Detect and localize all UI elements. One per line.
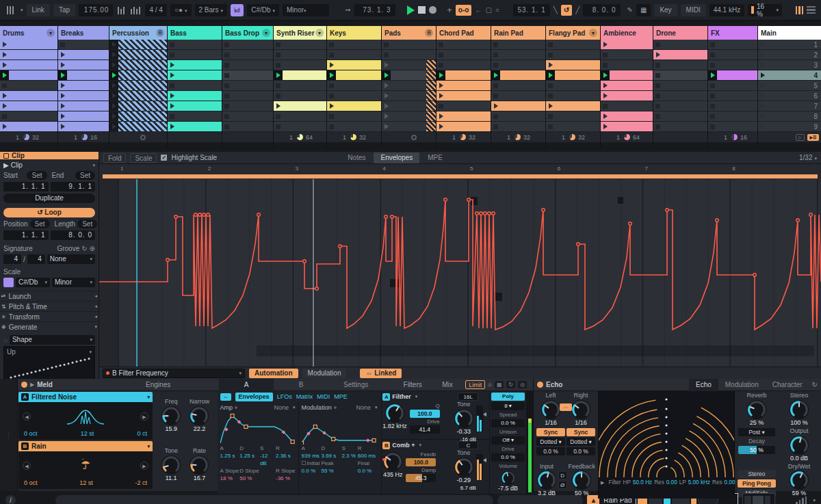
poly-mode-button[interactable]: Poly xyxy=(491,393,525,401)
clip-launch-icon[interactable] xyxy=(168,60,177,70)
midi-map-button[interactable]: MIDI xyxy=(681,4,706,16)
clip-launch-icon[interactable] xyxy=(0,122,9,131)
clip-launch-icon[interactable] xyxy=(109,122,118,131)
clip-slot[interactable] xyxy=(491,122,545,132)
clip-slot[interactable] xyxy=(382,111,436,122)
link-button[interactable]: Link xyxy=(27,4,50,16)
clip-slot[interactable] xyxy=(58,50,109,60)
adsr-cell[interactable] xyxy=(260,475,276,482)
scene-launch-icon[interactable] xyxy=(758,81,767,90)
clip-slot[interactable] xyxy=(436,70,491,81)
scene-launch-icon[interactable] xyxy=(758,70,767,80)
clip-slot[interactable] xyxy=(601,81,653,91)
damp-field[interactable]: 45.3 xyxy=(406,474,436,482)
scene-slot[interactable]: 3 xyxy=(758,60,821,70)
key-map-button[interactable]: Key xyxy=(654,4,677,16)
clip-slot[interactable] xyxy=(436,122,491,132)
clip-launch-icon[interactable] xyxy=(546,70,555,80)
follow-icon[interactable]: ➞ xyxy=(345,6,350,14)
clip-slot[interactable] xyxy=(274,111,326,122)
section-arrow-icon[interactable]: ▾ xyxy=(94,324,97,330)
clip-launch-icon[interactable] xyxy=(546,101,555,111)
clip-slot[interactable] xyxy=(222,81,273,91)
computer-midi-keyboard-icon[interactable]: ▦ xyxy=(636,4,651,16)
engine-b-cent[interactable]: -2 ct xyxy=(135,479,147,489)
scene-slot[interactable]: 4 xyxy=(758,70,821,81)
clip-slot[interactable] xyxy=(708,50,757,60)
section-generate[interactable]: ❉Generate▾ xyxy=(0,321,99,332)
clip-end-field[interactable]: 9. 1. 1 xyxy=(51,182,96,191)
clip-slot[interactable] xyxy=(222,91,273,101)
clip-slot[interactable] xyxy=(708,91,757,101)
engine-b-box[interactable]: BRain▾ ◀ ☂ۤ ▶ 0 oct12 st-2 ct xyxy=(18,441,153,489)
clip-slot[interactable] xyxy=(436,111,491,122)
engine-b-next-icon[interactable]: ▶ xyxy=(140,462,148,470)
clip-slot[interactable] xyxy=(327,60,381,70)
draw-region-icon[interactable]: ▢ xyxy=(485,6,491,14)
scroll-box[interactable] xyxy=(497,495,583,504)
meter-caret[interactable]: ▾ xyxy=(813,498,816,503)
clip-launch-icon[interactable] xyxy=(382,91,391,101)
clip-launch-icon[interactable] xyxy=(58,122,67,131)
clip-slot[interactable] xyxy=(491,111,545,122)
track-stop-button[interactable] xyxy=(386,135,391,140)
clip-slot[interactable] xyxy=(109,40,167,50)
output-meter-icon[interactable] xyxy=(796,496,807,504)
clip-launch-icon[interactable] xyxy=(653,50,662,59)
track-header[interactable]: Breaks xyxy=(58,26,109,40)
hp-res-field[interactable]: 0.00 xyxy=(666,479,677,486)
meld-subtab-matrix[interactable]: Matrix xyxy=(296,393,313,400)
clip-slot[interactable] xyxy=(601,91,653,101)
clip-launch-icon[interactable] xyxy=(708,70,717,80)
echo-left-mode-select[interactable]: Dotted ▾ xyxy=(536,438,565,446)
shape-preview[interactable]: Up▾ xyxy=(3,346,95,384)
reverb-knob[interactable]: Reverb25 % xyxy=(746,393,767,427)
session-view-toggle-icon[interactable] xyxy=(796,6,804,14)
clip-slot[interactable] xyxy=(708,70,757,81)
tab-mpe[interactable]: MPE xyxy=(421,152,449,163)
section-arrow-icon[interactable]: ◂ xyxy=(94,314,97,319)
adsr-cell[interactable]: 55 % xyxy=(321,467,341,475)
meld-tab-b[interactable]: B xyxy=(274,379,328,391)
meld-activator-led[interactable] xyxy=(21,382,27,388)
device-rail[interactable]: ⋮ xyxy=(0,379,18,491)
reverb-position-select[interactable]: Post ▾ xyxy=(738,428,775,436)
scene-slot[interactable]: 5 xyxy=(758,81,821,91)
clip-slot[interactable] xyxy=(601,70,653,81)
track-header[interactable]: Flangy Pad▼ xyxy=(546,26,600,40)
clip-slot[interactable] xyxy=(58,40,109,50)
scene-slot[interactable]: 8 xyxy=(758,111,821,122)
key-icon[interactable]: ♭♯ xyxy=(231,4,244,16)
grid-value-select[interactable]: 1/32▾ xyxy=(799,154,817,161)
drift-button[interactable]: D xyxy=(558,471,567,479)
mix-b-tone-knob[interactable]: Tone-0.29 xyxy=(454,450,474,484)
clip-slot[interactable] xyxy=(274,122,326,132)
clip-launch-icon[interactable] xyxy=(274,70,283,80)
stereo-knob[interactable]: Stereo100 % xyxy=(789,393,809,427)
clip-slot[interactable] xyxy=(327,81,381,91)
clip-start-field[interactable]: 1. 1. 1 xyxy=(3,182,49,191)
narrow-knob[interactable]: Narrow22.2 xyxy=(189,399,209,433)
clip-slot[interactable] xyxy=(0,91,57,101)
set-start-button[interactable]: Set xyxy=(27,171,47,180)
mode-pingpong-button[interactable]: Ping Pong xyxy=(738,479,776,488)
clip-slot[interactable] xyxy=(601,122,653,132)
drive-field[interactable]: 41.4 xyxy=(410,425,440,434)
clip-launch-icon[interactable] xyxy=(168,70,177,80)
engine-a-next-icon[interactable]: ▶ xyxy=(140,412,148,421)
beat-time-ruler[interactable]: 12345678 xyxy=(99,164,821,174)
count-in-icon[interactable] xyxy=(129,6,142,14)
key-scale-select[interactable]: Minor▾ xyxy=(283,4,329,16)
clip-launch-icon[interactable] xyxy=(109,50,118,59)
engine-a-box[interactable]: AFiltered Noise▾ ◀ ▶ 0 oct12 st0 ct xyxy=(18,392,153,440)
automation-editor[interactable] xyxy=(99,179,821,367)
clip-launch-icon[interactable] xyxy=(436,122,445,131)
clip-launch-icon[interactable] xyxy=(546,60,555,70)
section-transform[interactable]: ✳Transform◂ xyxy=(0,311,99,321)
echo-feedback-knob[interactable]: Feedback50 % xyxy=(568,464,595,498)
clip-slot[interactable] xyxy=(546,70,600,81)
adsr-cell[interactable]: 2.3 % xyxy=(341,452,357,460)
track-header[interactable]: Bass xyxy=(168,26,222,40)
clip-slot[interactable] xyxy=(274,40,326,50)
scene-launch-icon[interactable] xyxy=(758,60,767,70)
